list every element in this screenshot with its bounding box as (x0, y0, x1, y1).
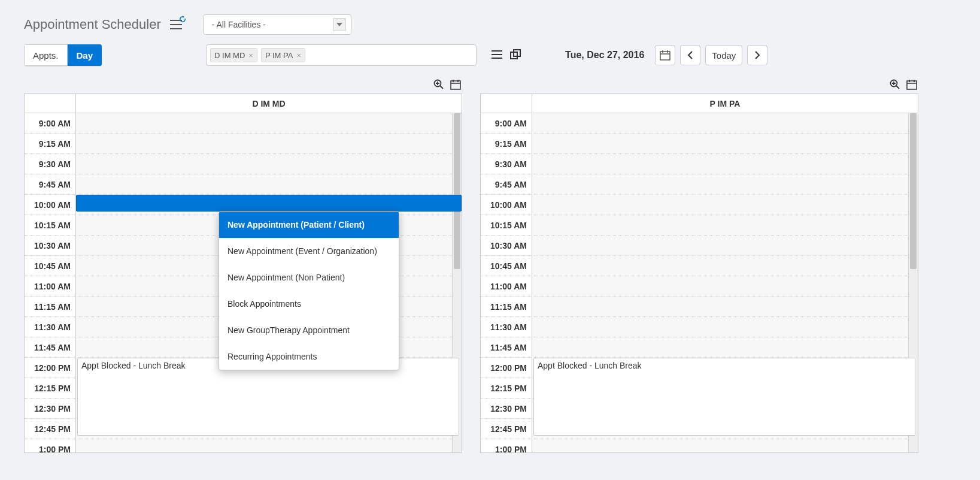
zoom-in-icon[interactable] (890, 79, 900, 90)
time-slot-row[interactable]: 9:15 AM (481, 134, 908, 154)
provider-column-header: P IM PA (532, 94, 918, 113)
view-toggle-day[interactable]: Day (68, 44, 102, 66)
time-slot-cell[interactable] (532, 317, 908, 337)
time-label: 12:15 PM (25, 378, 76, 398)
time-slot-row[interactable]: 9:45 AM (481, 174, 908, 195)
time-label: 11:00 AM (481, 276, 532, 296)
scrollbar-thumb[interactable] (910, 113, 917, 269)
time-label: 11:30 AM (25, 317, 76, 337)
time-column-header (25, 94, 76, 113)
time-slot-cell[interactable] (76, 439, 452, 452)
time-slot-cell[interactable] (532, 134, 908, 153)
context-menu: New Appointment (Patient / Client) New A… (219, 211, 399, 370)
provider-chip-label: P IM PA (265, 51, 293, 60)
calendar-picker-button[interactable] (655, 45, 675, 65)
time-slot-cell[interactable] (532, 113, 908, 133)
time-slot-cell[interactable] (532, 439, 908, 452)
time-slot-row[interactable]: 11:45 AM (481, 337, 908, 358)
time-slot-row[interactable]: 1:00 PM (25, 439, 452, 452)
blocked-appointment[interactable]: Appt Blocked - Lunch Break (533, 358, 915, 436)
view-toggle-appts[interactable]: Appts. (24, 44, 68, 66)
zoom-in-icon[interactable] (433, 79, 444, 90)
time-label: 12:00 PM (481, 358, 532, 378)
provider-chip[interactable]: P IM PA × (261, 48, 305, 62)
context-menu-item[interactable]: Recurring Appointments (219, 343, 399, 370)
time-label: 12:30 PM (481, 399, 532, 418)
time-slot-cell[interactable] (76, 154, 452, 174)
time-slot-row[interactable]: 10:45 AM (481, 256, 908, 276)
time-label: 10:00 AM (481, 195, 532, 215)
time-slot-cell[interactable] (76, 113, 452, 133)
day-settings-icon[interactable] (906, 79, 917, 90)
context-menu-item[interactable]: New Appointment (Event / Organization) (219, 238, 399, 264)
time-label: 12:30 PM (25, 399, 76, 418)
calendar-icon (660, 50, 670, 61)
time-slot-row[interactable]: 11:00 AM (481, 276, 908, 297)
today-button[interactable]: Today (705, 45, 742, 65)
time-label: 9:45 AM (25, 174, 76, 194)
time-slot-row[interactable]: 11:15 AM (481, 297, 908, 317)
time-slot-row[interactable]: 11:30 AM (481, 317, 908, 337)
time-slot-row[interactable]: 9:30 AM (481, 154, 908, 174)
provider-column-header: D IM MD (76, 94, 462, 113)
scrollbar-thumb[interactable] (454, 113, 460, 269)
blocked-appointment-label: Appt Blocked - Lunch Break (81, 361, 186, 370)
context-menu-item[interactable]: New Appointment (Patient / Client) (219, 212, 399, 238)
calendar-right: P IM PA 9:00 AM9:15 AM9:30 AM9:45 AM10:0… (480, 93, 918, 453)
context-menu-item[interactable]: Block Appointments (219, 291, 399, 317)
time-slot-row[interactable]: 9:30 AM (25, 154, 452, 174)
time-slot-cell[interactable] (532, 195, 908, 215)
time-slot-cell[interactable] (76, 134, 452, 153)
time-slot-cell[interactable] (532, 154, 908, 174)
time-slot-cell[interactable] (532, 256, 908, 276)
time-label: 1:00 PM (25, 439, 76, 452)
provider-token-input[interactable]: D IM MD × P IM PA × (206, 44, 477, 66)
time-slot-row[interactable]: 9:45 AM (25, 174, 452, 195)
facility-select[interactable]: - All Facilities - (203, 14, 351, 35)
time-slot-cell[interactable] (532, 236, 908, 255)
time-label: 9:00 AM (481, 113, 532, 133)
time-label: 9:45 AM (481, 174, 532, 194)
day-settings-icon[interactable] (450, 79, 461, 90)
time-slot-row[interactable]: 10:15 AM (481, 215, 908, 236)
time-label: 12:00 PM (25, 358, 76, 378)
clone-window-icon[interactable] (510, 49, 521, 62)
hamburger-refresh-button[interactable] (169, 19, 183, 30)
remove-chip-icon[interactable]: × (296, 51, 301, 60)
time-slot-cell[interactable] (532, 297, 908, 316)
time-label: 11:45 AM (481, 337, 532, 357)
next-day-button[interactable] (747, 45, 767, 65)
facility-select-label: - All Facilities - (212, 20, 266, 29)
time-slot-cell[interactable] (532, 337, 908, 357)
time-slot-row[interactable]: 9:15 AM (25, 134, 452, 154)
time-label: 1:00 PM (481, 439, 532, 452)
time-label: 9:30 AM (481, 154, 532, 174)
time-slot-row[interactable]: 9:00 AM (25, 113, 452, 134)
page-title: Appointment Scheduler (24, 17, 161, 32)
context-menu-item[interactable]: New Appointment (Non Patient) (219, 264, 399, 291)
time-column-header (481, 94, 532, 113)
selected-new-slot[interactable] (76, 195, 462, 212)
time-label: 12:45 PM (25, 419, 76, 439)
time-slot-cell[interactable] (76, 174, 452, 194)
time-label: 10:45 AM (25, 256, 76, 276)
time-slot-row[interactable]: 9:00 AM (481, 113, 908, 134)
time-label: 10:30 AM (25, 236, 76, 255)
chevron-down-icon (333, 18, 346, 31)
remove-chip-icon[interactable]: × (248, 51, 253, 60)
time-label: 11:30 AM (481, 317, 532, 337)
list-view-icon[interactable] (491, 50, 503, 61)
time-label: 11:15 AM (25, 297, 76, 316)
context-menu-item[interactable]: New GroupTherapy Appointment (219, 317, 399, 343)
time-slot-cell[interactable] (532, 276, 908, 296)
time-label: 10:45 AM (481, 256, 532, 276)
time-slot-row[interactable]: 1:00 PM (481, 439, 908, 452)
time-label: 12:15 PM (481, 378, 532, 398)
prev-day-button[interactable] (680, 45, 700, 65)
time-label: 10:15 AM (25, 215, 76, 235)
time-slot-row[interactable]: 10:30 AM (481, 236, 908, 256)
provider-chip[interactable]: D IM MD × (210, 48, 257, 62)
time-slot-cell[interactable] (532, 215, 908, 235)
time-slot-row[interactable]: 10:00 AM (481, 195, 908, 215)
time-slot-cell[interactable] (532, 174, 908, 194)
